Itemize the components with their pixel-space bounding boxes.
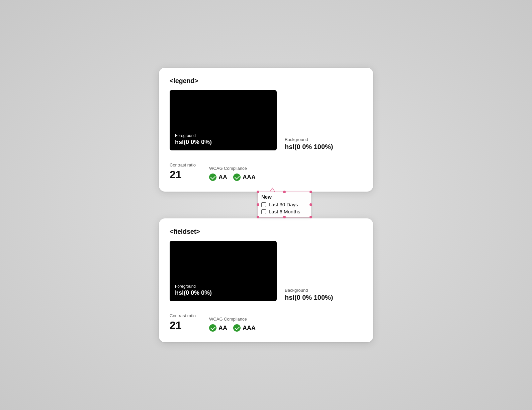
fieldset-bg-block: Background hsl(0 0% 100%) <box>285 288 333 301</box>
handle-br <box>309 216 312 218</box>
fieldset-aaa-check-icon <box>233 324 241 332</box>
legend-card-title: <legend> <box>170 77 362 85</box>
fieldset-fg-label: Foreground <box>175 284 271 289</box>
fieldset-aa-label: AA <box>218 325 227 332</box>
dropdown-item-last6months[interactable]: Last 6 Months <box>261 209 307 214</box>
legend-wcag-badges: AA AAA <box>209 174 256 181</box>
fieldset-wcag: WCAG Compliance AA AAA <box>209 317 256 332</box>
fieldset-card: <fieldset> Foreground hsl(0 0% 0%) Backg… <box>159 218 373 342</box>
handle-tl <box>257 191 259 193</box>
fieldset-contrast-value: 21 <box>170 319 196 332</box>
legend-aa-check-icon <box>209 174 216 181</box>
legend-contrast: Contrast ratio 21 <box>170 162 196 181</box>
dropdown-overlay: New Last 30 Days Last 6 Months <box>258 192 311 217</box>
legend-contrast-label: Contrast ratio <box>170 162 196 167</box>
fieldset-wcag-aaa: AAA <box>233 324 256 332</box>
handle-bm <box>283 216 286 218</box>
legend-bg-value: hsl(0 0% 100%) <box>285 143 333 151</box>
legend-fg-label: Foreground <box>175 133 271 138</box>
dropdown-checkbox-last6months[interactable] <box>261 209 266 214</box>
legend-color-preview: Foreground hsl(0 0% 0%) <box>170 90 277 150</box>
fieldset-color-preview: Foreground hsl(0 0% 0%) <box>170 241 277 301</box>
fieldset-bg-value: hsl(0 0% 100%) <box>285 294 333 301</box>
legend-wcag-label: WCAG Compliance <box>209 166 256 171</box>
fieldset-wcag-badges: AA AAA <box>209 324 256 332</box>
handle-tr <box>309 191 312 193</box>
fieldset-contrast-label: Contrast ratio <box>170 313 196 318</box>
legend-aaa-label: AAA <box>243 174 256 181</box>
fieldset-aaa-label: AAA <box>243 325 256 332</box>
dropdown-item-last6months-label: Last 6 Months <box>269 209 300 214</box>
legend-bg-label: Background <box>285 137 333 142</box>
legend-fg-value: hsl(0 0% 0%) <box>175 139 271 146</box>
fieldset-fg-value: hsl(0 0% 0%) <box>175 289 271 296</box>
legend-metrics: Contrast ratio 21 WCAG Compliance AA AAA <box>170 162 362 181</box>
dropdown-checkbox-last30[interactable] <box>261 202 266 207</box>
fieldset-aa-check-icon <box>209 324 216 332</box>
fieldset-contrast: Contrast ratio 21 <box>170 313 196 332</box>
dropdown-box[interactable]: New Last 30 Days Last 6 Months <box>258 192 311 217</box>
fieldset-card-title: <fieldset> <box>170 228 362 235</box>
legend-card: <legend> Foreground hsl(0 0% 0%) Backgro… <box>159 68 373 192</box>
legend-wcag: WCAG Compliance AA AAA <box>209 166 256 181</box>
handle-tm <box>283 191 286 193</box>
legend-wcag-aa: AA <box>209 174 227 181</box>
handle-mr <box>309 203 312 206</box>
cards-container: <legend> Foreground hsl(0 0% 0%) Backgro… <box>159 68 373 342</box>
fieldset-bg-label: Background <box>285 288 333 293</box>
legend-bg-block: Background hsl(0 0% 100%) <box>285 137 333 151</box>
fieldset-wcag-label: WCAG Compliance <box>209 317 256 322</box>
dropdown-item-last30-label: Last 30 Days <box>269 202 298 207</box>
dropdown-item-last30[interactable]: Last 30 Days <box>261 202 307 207</box>
legend-aaa-check-icon <box>233 174 241 181</box>
fieldset-wcag-aa: AA <box>209 324 227 332</box>
handle-bl <box>257 216 259 218</box>
dropdown-legend-label: New <box>261 194 307 200</box>
legend-aa-label: AA <box>218 174 227 181</box>
legend-contrast-value: 21 <box>170 168 196 181</box>
handle-ml <box>257 203 259 206</box>
fieldset-metrics: Contrast ratio 21 WCAG Compliance AA AAA <box>170 313 362 332</box>
legend-wcag-aaa: AAA <box>233 174 256 181</box>
